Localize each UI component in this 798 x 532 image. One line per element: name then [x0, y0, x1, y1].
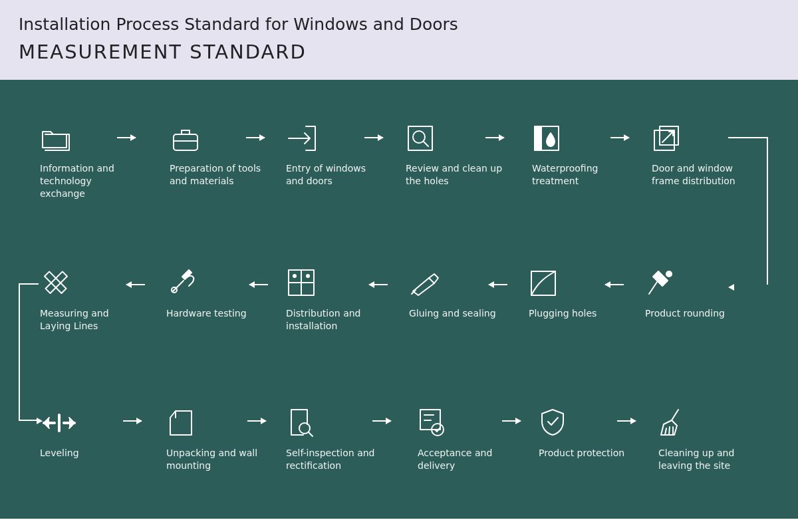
arrow-icon: [249, 284, 268, 285]
step-hardware-testing: Hardware testing: [166, 266, 266, 320]
step-measuring: Measuring and Laying Lines: [40, 266, 140, 332]
step-self-inspection: Self-inspection and rectification: [286, 406, 386, 472]
step-label: Self-inspection and rectification: [286, 447, 386, 472]
arrow-icon: [246, 137, 265, 138]
step-label: Cleaning up and leaving the site: [658, 447, 758, 472]
shield-icon: [539, 406, 638, 438]
step-gluing: Gluing and sealing: [409, 266, 509, 320]
svg-point-10: [293, 275, 296, 277]
inspect-icon: [286, 406, 386, 438]
step-waterproofing: Waterproofing treatment: [532, 121, 632, 188]
step-acceptance: Acceptance and delivery: [418, 406, 517, 472]
step-preparation: Preparation of tools and materials: [170, 121, 269, 188]
step-label: Review and clean up the holes: [406, 162, 505, 188]
broom-icon: [658, 406, 758, 438]
step-label: Preparation of tools and materials: [170, 162, 269, 188]
step-info-exchange: Information and technology exchange: [40, 121, 140, 200]
svg-point-11: [307, 275, 309, 277]
arrow-icon: [247, 420, 266, 422]
arrow-icon: [126, 284, 145, 285]
step-label: Entry of windows and doors: [286, 162, 386, 188]
step-label: Distribution and installation: [286, 307, 386, 332]
page-subtitle: MEASUREMENT STANDARD: [19, 41, 779, 63]
step-label: Product rounding: [645, 307, 745, 320]
step-label: Measuring and Laying Lines: [40, 307, 140, 332]
step-label: Unpacking and wall mounting: [166, 447, 266, 472]
step-cleaning: Cleaning up and leaving the site: [658, 406, 758, 472]
step-protection: Product protection: [539, 406, 638, 460]
step-review-holes: Review and clean up the holes: [406, 121, 505, 188]
step-entry: Entry of windows and doors: [286, 121, 386, 188]
step-plugging: Plugging holes: [529, 266, 628, 320]
plug-icon: [529, 266, 628, 298]
arrow-icon: [369, 284, 388, 285]
svg-rect-0: [174, 134, 198, 150]
step-label: Gluing and sealing: [409, 307, 509, 320]
level-icon: [40, 406, 140, 438]
connector-line: [728, 137, 768, 285]
arrow-icon: [123, 420, 142, 422]
arrow-icon: [610, 137, 629, 138]
arrow-icon: [489, 284, 507, 285]
step-label: Plugging holes: [529, 307, 628, 320]
step-leveling: Leveling: [40, 406, 140, 460]
arrow-icon: [605, 284, 624, 285]
arrow-icon: [502, 420, 521, 422]
step-label: Acceptance and delivery: [418, 447, 517, 472]
arrow-icon: [364, 137, 383, 138]
ruler-cross-icon: [40, 266, 140, 298]
connector-line: [19, 284, 39, 421]
svg-point-13: [666, 271, 672, 277]
step-label: Waterproofing treatment: [532, 162, 632, 188]
accept-icon: [418, 406, 517, 438]
header: Installation Process Standard for Window…: [0, 0, 798, 80]
step-distribution-installation: Distribution and installation: [286, 266, 386, 332]
arrow-icon: [485, 137, 504, 138]
arrow-icon: [37, 418, 43, 424]
step-label: Product protection: [539, 447, 638, 460]
arrow-icon: [117, 137, 136, 138]
arrow-icon: [617, 420, 636, 422]
svg-rect-12: [531, 271, 555, 295]
process-diagram: Information and technology exchange Prep…: [0, 80, 798, 519]
arrow-icon: [372, 420, 391, 422]
page-title: Installation Process Standard for Window…: [19, 15, 779, 34]
step-label: Leveling: [40, 447, 140, 460]
arrow-icon: [728, 284, 734, 291]
step-unpacking: Unpacking and wall mounting: [166, 406, 266, 472]
step-label: Hardware testing: [166, 307, 266, 320]
unpack-icon: [166, 406, 266, 438]
step-label: Information and technology exchange: [40, 162, 140, 200]
